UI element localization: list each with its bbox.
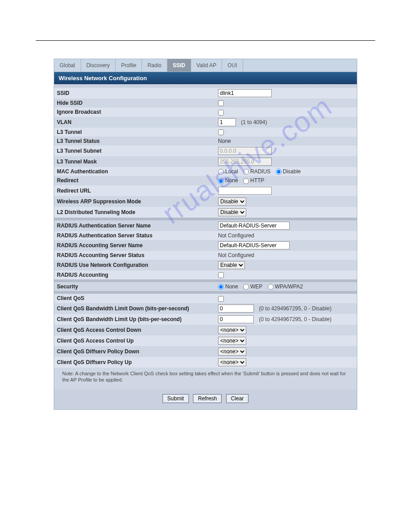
redirect-none-radio[interactable]: [218, 178, 224, 184]
tab-radio[interactable]: Radio: [142, 59, 167, 72]
security-wpa-radio[interactable]: [268, 284, 274, 290]
submit-button[interactable]: Submit: [163, 394, 189, 403]
label-security: Security: [54, 282, 215, 291]
form-content: SSID Hide SSID Ignore Broadcast VLAN: [54, 84, 357, 409]
radius-auth-status-value: Not Configured: [215, 231, 357, 240]
label-client-qos: Client QoS: [54, 294, 215, 303]
tab-ssid[interactable]: SSID: [167, 59, 191, 72]
client-qos-checkbox[interactable]: [218, 296, 224, 302]
label-radius-auth-status: RADIUS Authentication Server Status: [54, 231, 215, 240]
tab-discovery[interactable]: Discovery: [81, 59, 116, 72]
mac-auth-disable-radio[interactable]: [276, 169, 282, 175]
config-form: SSID Hide SSID Ignore Broadcast VLAN: [54, 88, 357, 368]
label-redirect: Redirect: [54, 176, 215, 185]
qos-acl-up-select[interactable]: <none>: [218, 337, 246, 345]
radius-acct-status-value: Not Configured: [215, 251, 357, 260]
label-qos-diff-up: Client QoS Diffserv Policy Up: [54, 357, 215, 368]
qos-acl-down-select[interactable]: <none>: [218, 326, 246, 334]
qos-diff-down-select[interactable]: <none>: [218, 348, 246, 356]
tab-oui[interactable]: OUI: [222, 59, 243, 72]
label-qos-acl-up: Client QoS Access Control Up: [54, 335, 215, 346]
radius-use-net-select[interactable]: Enable: [218, 261, 245, 269]
tab-valid-ap[interactable]: Valid AP: [191, 59, 222, 72]
label-qos-bw-down: Client QoS Bandwidth Limit Down (bits-pe…: [54, 303, 215, 314]
tab-profile[interactable]: Profile: [116, 59, 142, 72]
ignore-broadcast-checkbox[interactable]: [218, 110, 224, 116]
qos-bw-up-hint: (0 to 4294967295, 0 - Disable): [255, 316, 331, 322]
l3-tunnel-mask-input: [218, 158, 272, 166]
label-l3-tunnel-mask: L3 Tunnel Mask: [54, 156, 215, 167]
redirect-none-label: None: [225, 177, 238, 184]
radius-accounting-checkbox[interactable]: [218, 272, 224, 278]
security-none-label: None: [225, 283, 238, 290]
radius-auth-name-input[interactable]: [218, 222, 290, 230]
button-row: Submit Refresh Clear: [54, 390, 357, 409]
label-l2-tunnel: L2 Distributed Tunneling Mode: [54, 207, 215, 218]
l2-tunnel-select[interactable]: Disable: [218, 208, 246, 216]
refresh-button[interactable]: Refresh: [193, 394, 222, 403]
label-ssid: SSID: [54, 88, 215, 99]
label-radius-acct-status: RADIUS Accounting Server Status: [54, 251, 215, 260]
label-radius-accounting: RADIUS Accounting: [54, 270, 215, 279]
ssid-input[interactable]: [218, 89, 272, 97]
redirect-url-input[interactable]: [218, 187, 272, 195]
label-radius-acct-name: RADIUS Accounting Server Name: [54, 240, 215, 251]
label-redirect-url: Redirect URL: [54, 185, 215, 196]
redirect-http-label: HTTP: [250, 177, 264, 184]
mac-auth-radius-radio[interactable]: [243, 169, 249, 175]
l3-tunnel-checkbox[interactable]: [218, 129, 224, 135]
label-arp-suppression: Wireless ARP Suppression Mode: [54, 196, 215, 207]
l3-tunnel-status-value: None: [215, 137, 357, 146]
qos-diff-up-select[interactable]: <none>: [218, 358, 246, 366]
mac-auth-local-radio[interactable]: [218, 169, 224, 175]
redirect-http-radio[interactable]: [243, 178, 249, 184]
qos-bw-down-input[interactable]: [218, 305, 254, 313]
mac-auth-disable-label: Disable: [283, 168, 301, 175]
clear-button[interactable]: Clear: [226, 394, 249, 403]
label-l3-tunnel: L3 Tunnel: [54, 128, 215, 137]
label-l3-tunnel-subnet: L3 Tunnel Subnet: [54, 146, 215, 156]
mac-auth-local-label: Local: [225, 168, 238, 175]
l3-tunnel-subnet-input: [218, 147, 272, 155]
security-wep-label: WEP: [250, 283, 262, 290]
vlan-hint: (1 to 4094): [237, 119, 267, 125]
radius-acct-name-input[interactable]: [218, 241, 290, 249]
security-wep-radio[interactable]: [243, 284, 249, 290]
vlan-input[interactable]: [218, 118, 236, 126]
section-title: Wireless Network Configuration: [54, 72, 357, 84]
label-vlan: VLAN: [54, 117, 215, 128]
security-none-radio[interactable]: [218, 284, 224, 290]
app-frame: Global Discovery Profile Radio SSID Vali…: [54, 59, 357, 410]
label-qos-bw-up: Client QoS Bandwidth Limit Up (bits-per-…: [54, 314, 215, 325]
mac-auth-radius-label: RADIUS: [250, 168, 270, 175]
hide-ssid-checkbox[interactable]: [218, 100, 224, 106]
label-ignore-broadcast: Ignore Broadcast: [54, 107, 215, 116]
page-rule: [36, 40, 375, 41]
label-hide-ssid: Hide SSID: [54, 99, 215, 107]
arp-suppression-select[interactable]: Disable: [218, 197, 246, 206]
label-radius-auth-name: RADIUS Authentication Server Name: [54, 220, 215, 231]
note-text: Note: A change to the Network Client QoS…: [54, 368, 357, 390]
label-qos-diff-down: Client QoS Diffserv Policy Down: [54, 346, 215, 357]
tab-global[interactable]: Global: [54, 59, 81, 72]
security-wpa-label: WPA/WPA2: [275, 283, 303, 290]
label-radius-use-net: RADIUS Use Network Configuration: [54, 260, 215, 270]
qos-bw-down-hint: (0 to 4294967295, 0 - Disable): [255, 305, 331, 312]
label-mac-auth: MAC Authentication: [54, 167, 215, 176]
qos-bw-up-input[interactable]: [218, 315, 254, 323]
label-qos-acl-down: Client QoS Access Control Down: [54, 325, 215, 335]
tab-bar: Global Discovery Profile Radio SSID Vali…: [54, 59, 357, 72]
label-l3-tunnel-status: L3 Tunnel Status: [54, 137, 215, 146]
